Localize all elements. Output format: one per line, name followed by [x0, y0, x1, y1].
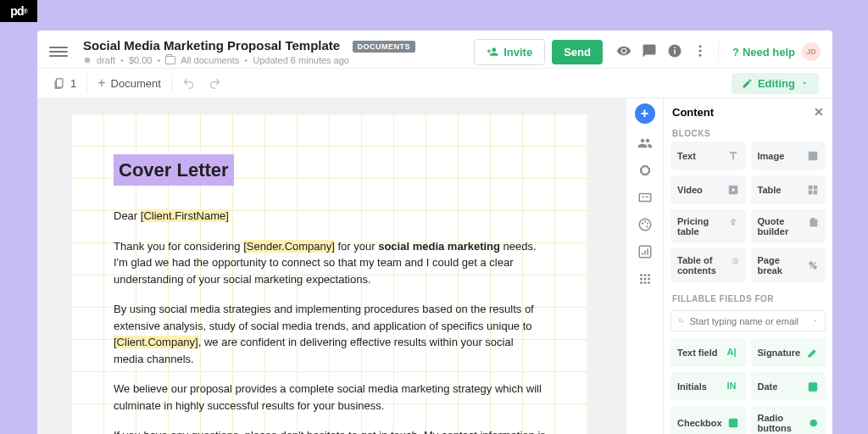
header: Social Media Marketing Proposal Template…: [37, 31, 832, 68]
more-icon[interactable]: [687, 38, 713, 66]
svg-point-13: [643, 220, 645, 222]
svg-point-35: [814, 266, 816, 269]
side-rail: +: [626, 98, 663, 434]
invite-button[interactable]: Invite: [474, 39, 545, 65]
svg-point-43: [813, 422, 815, 425]
block-table[interactable]: Table: [751, 175, 826, 204]
svg-rect-10: [645, 197, 648, 198]
design-icon[interactable]: [637, 217, 653, 232]
field-radio[interactable]: Radio buttons: [751, 406, 826, 434]
preview-icon[interactable]: [611, 38, 637, 66]
content-panel: Content ✕ BLOCKS Text Image Video Table …: [663, 98, 832, 434]
svg-point-23: [640, 278, 643, 281]
svg-point-20: [640, 274, 643, 276]
app-window: Social Media Marketing Proposal Template…: [37, 31, 832, 434]
blocks-label: BLOCKS: [664, 125, 832, 142]
svg-rect-2: [674, 49, 676, 53]
svg-point-34: [810, 262, 812, 264]
help-link[interactable]: ?Need help: [732, 46, 795, 58]
recipients-icon[interactable]: [637, 136, 653, 151]
svg-rect-18: [644, 251, 646, 255]
block-page-break[interactable]: Page break: [751, 248, 826, 282]
heading-cover-letter[interactable]: Cover Letter: [114, 154, 234, 186]
paragraph-4[interactable]: If you have any questions, please don't …: [114, 427, 546, 434]
recipient-search-input[interactable]: [690, 316, 807, 326]
svg-point-0: [85, 58, 91, 64]
paragraph-3[interactable]: We believe our proposal provides a compl…: [114, 381, 546, 414]
field-text[interactable]: Text fieldA|: [670, 338, 746, 367]
svg-point-25: [648, 278, 650, 281]
block-text[interactable]: Text: [670, 142, 746, 170]
token-client-firstname[interactable]: [Client.FirstName]: [141, 209, 229, 222]
greeting-line[interactable]: Dear [Client.FirstName]: [114, 208, 546, 225]
svg-point-21: [643, 274, 646, 276]
fields-label: FILLABLE FIELDS FOR: [664, 291, 832, 307]
svg-point-12: [641, 222, 643, 224]
svg-rect-37: [809, 383, 816, 391]
svg-point-5: [698, 49, 701, 52]
apps-icon[interactable]: [637, 271, 653, 287]
undo-button[interactable]: [175, 74, 202, 93]
svg-rect-7: [56, 78, 63, 86]
svg-point-22: [648, 274, 650, 276]
svg-rect-19: [647, 248, 648, 255]
field-checkbox[interactable]: Checkbox: [670, 406, 746, 434]
block-pricing-table[interactable]: Pricing table: [670, 209, 746, 243]
svg-point-26: [640, 281, 643, 284]
brand-logo: pd®: [0, 0, 37, 22]
svg-point-15: [646, 225, 648, 227]
status-text: draft: [97, 55, 115, 65]
add-content-icon[interactable]: +: [635, 103, 655, 124]
svg-rect-29: [809, 152, 818, 161]
folder-icon: [165, 56, 175, 64]
document-meta: draft • $0.00 • All documents • Updated …: [83, 55, 415, 65]
updated-text: Updated 6 minutes ago: [253, 55, 349, 65]
search-icon: [678, 315, 685, 326]
panel-title: Content: [672, 106, 714, 119]
comments-icon[interactable]: [637, 38, 662, 66]
svg-rect-17: [642, 253, 643, 255]
send-button[interactable]: Send: [552, 40, 603, 64]
analytics-icon[interactable]: [637, 244, 653, 259]
user-avatar[interactable]: JD: [802, 42, 821, 61]
chevron-down-icon: [800, 79, 809, 87]
price-text: $0.00: [129, 55, 153, 65]
block-image[interactable]: Image: [751, 142, 826, 170]
document-page[interactable]: Cover Letter Dear [Client.FirstName] Tha…: [71, 114, 588, 434]
paragraph-1[interactable]: Thank you for considering [Sender.Compan…: [114, 238, 546, 288]
token-client-company[interactable]: [Client.Company]: [114, 336, 198, 348]
document-title: Social Media Marketing Proposal Template: [83, 38, 340, 53]
close-icon[interactable]: ✕: [814, 105, 824, 119]
variables-icon[interactable]: [637, 163, 653, 178]
svg-point-24: [643, 278, 646, 281]
paragraph-2[interactable]: By using social media strategies and imp…: [114, 301, 546, 367]
block-video[interactable]: Video: [670, 175, 746, 204]
svg-rect-9: [642, 197, 643, 198]
svg-rect-3: [674, 47, 676, 48]
editing-dropdown[interactable]: Editing: [732, 73, 819, 94]
svg-point-27: [643, 281, 646, 284]
redo-button[interactable]: [202, 74, 228, 93]
pricing-icon[interactable]: [637, 190, 653, 205]
canvas-area[interactable]: Cover Letter Dear [Client.FirstName] Tha…: [37, 98, 626, 434]
field-initials[interactable]: InitialsIN: [670, 372, 746, 401]
field-date[interactable]: Date: [751, 372, 826, 401]
toolbar: 1 +Document Editing: [37, 68, 832, 98]
svg-point-4: [698, 45, 701, 47]
field-signature[interactable]: Signature: [751, 338, 826, 367]
info-icon[interactable]: [662, 38, 687, 66]
token-sender-company[interactable]: [Sender.Company]: [243, 240, 335, 253]
recipient-search[interactable]: [670, 310, 826, 331]
add-document-button[interactable]: +Document: [91, 72, 168, 94]
block-quote-builder[interactable]: Quote builder: [751, 209, 826, 243]
pages-button[interactable]: 1: [46, 74, 83, 93]
svg-point-14: [646, 222, 648, 224]
svg-point-28: [648, 281, 650, 284]
documents-badge: DOCUMENTS: [353, 41, 416, 53]
svg-point-6: [698, 53, 701, 56]
svg-rect-8: [639, 194, 651, 202]
chevron-down-icon[interactable]: [812, 315, 819, 326]
breadcrumb-link[interactable]: All documents: [181, 55, 239, 65]
block-toc[interactable]: Table of contents: [670, 248, 746, 282]
menu-icon[interactable]: [49, 42, 68, 61]
